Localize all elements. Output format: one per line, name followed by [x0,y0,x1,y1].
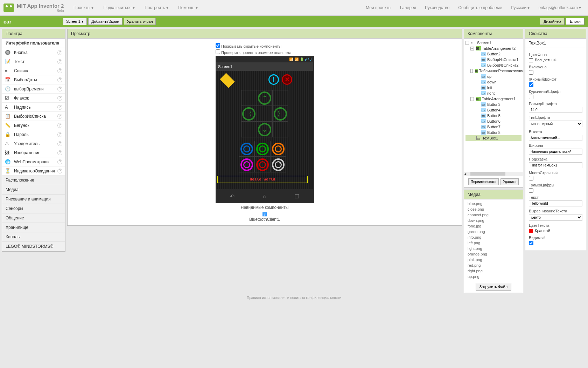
palette-item-1[interactable]: 📝Текст? [2,57,65,66]
palette-category-2[interactable]: Рисование и анимация [2,195,65,204]
help-icon[interactable]: ? [57,123,62,128]
tree-button8[interactable]: ▭Button8 [465,130,522,135]
tree-right[interactable]: ▭right [465,90,522,96]
prop-width-input[interactable] [529,149,582,155]
tree-listpicker2[interactable]: ▭ВыборИзСписка2 [465,62,522,68]
left-arrow-icon[interactable]: 〈 [242,107,255,121]
tree-down[interactable]: ▭down [465,79,522,85]
upload-file-button[interactable]: Загрузить Файл [476,283,511,291]
tree-button5[interactable]: ▭Button5 [465,113,522,118]
delete-component-button[interactable]: Удалить [500,178,519,185]
rename-button[interactable]: Переименовать [468,178,499,185]
media-file-8[interactable]: light.png [468,246,519,251]
media-file-10[interactable]: pink.png [468,257,519,263]
menu-account[interactable]: enlags@outlook.com ▾ [538,5,581,10]
red-ring-icon[interactable] [256,158,269,171]
help-icon[interactable]: ? [57,159,62,164]
palette-item-3[interactable]: 📅ВыборДаты? [2,75,65,84]
palette-category-4[interactable]: Общение [2,213,65,223]
phone-body[interactable]: i ✕ ⌃ 〈〉 ⌄ [216,71,313,189]
prop-fontsize-input[interactable] [529,107,582,113]
tree-hscroll[interactable]: ◀ [464,172,523,176]
add-screen-button[interactable]: ДобавитьЭкран [88,18,122,25]
media-file-7[interactable]: left.png [468,240,519,246]
help-icon[interactable]: ? [57,114,62,119]
components-tree[interactable]: −▫Screen1 −⊞TableArrangement2 ▭Button2 ▭… [464,39,523,172]
palette-category-1[interactable]: Медиа [2,185,65,195]
down-arrow-icon[interactable]: ⌄ [258,123,271,136]
prop-fonttype-select[interactable]: моноширный [529,121,582,127]
help-icon[interactable]: ? [57,50,62,55]
prop-text-input[interactable] [529,200,582,206]
prop-bold-checkbox[interactable] [529,82,533,87]
blocks-button[interactable]: Блоки [566,18,584,25]
info-icon[interactable]: i [268,74,279,85]
screen-selector[interactable]: Screen1 ▾ [63,18,87,25]
palette-category-3[interactable]: Сенсоры [2,204,65,213]
pink-ring-icon[interactable] [240,158,253,171]
help-icon[interactable]: ? [57,141,62,146]
palette-item-5[interactable]: ☑Флажок? [2,94,65,103]
light-ring-icon[interactable] [272,158,285,171]
home-nav-icon[interactable]: ⌂ [263,193,266,199]
menu-help[interactable]: Помощь ▾ [178,5,198,10]
help-icon[interactable]: ? [57,169,62,173]
prop-italic-checkbox[interactable] [529,95,533,99]
recent-nav-icon[interactable]: ☐ [294,193,299,200]
show-hidden-checkbox[interactable] [216,43,220,48]
menu-language[interactable]: Русский ▾ [511,5,530,10]
palette-category-7[interactable]: LEGO® MINDSTORMS® [2,242,65,251]
palette-cat-ui[interactable]: Интерфейс пользователя [2,39,65,48]
tree-tablearr2[interactable]: −⊞TableArrangement2 [465,46,522,51]
tree-textbox1[interactable]: ▭TextBox1 [465,135,522,141]
prop-hint-input[interactable] [529,162,582,168]
palette-item-0[interactable]: 🔘Кнопка? [2,48,65,57]
help-icon[interactable]: ? [57,105,62,110]
prop-height-input[interactable] [529,135,582,141]
tree-button6[interactable]: ▭Button6 [465,118,522,124]
help-icon[interactable]: ? [57,96,62,101]
connect-icon[interactable] [220,73,234,88]
palette-item-6[interactable]: AНадпись? [2,103,65,112]
menu-guide[interactable]: Руководство [425,5,449,10]
tree-button4[interactable]: ▭Button4 [465,107,522,113]
palette-item-10[interactable]: ⚠Уведомитель? [2,139,65,148]
palette-item-11[interactable]: 🖼Изображение? [2,148,65,157]
tree-listpicker1[interactable]: ▭ВыборИзСписка1 [465,57,522,62]
close-icon[interactable]: ✕ [282,74,292,85]
palette-item-8[interactable]: 📏Бегунок? [2,121,65,130]
help-icon[interactable]: ? [57,68,62,73]
menu-gallery[interactable]: Галерея [400,5,416,10]
help-icon[interactable]: ? [57,59,62,64]
prop-textcolor-value[interactable]: Красный [529,229,582,233]
prop-bgcolor-value[interactable]: Бесцветный [529,58,582,62]
textbox-preview[interactable]: Hello world [217,176,308,183]
tree-tablearr-ru[interactable]: −⊞ТабличноеРасположение [465,68,522,74]
help-icon[interactable]: ? [57,77,62,82]
menu-connect[interactable]: Подключиться ▾ [104,5,135,10]
prop-numbers-checkbox[interactable] [529,188,533,193]
media-file-12[interactable]: right.png [468,268,519,274]
up-arrow-icon[interactable]: ⌃ [258,91,271,105]
help-icon[interactable]: ? [57,87,62,91]
palette-item-2[interactable]: ≡Список? [2,66,65,75]
tree-screen1[interactable]: −▫Screen1 [465,40,522,46]
prop-enabled-checkbox[interactable] [529,70,533,75]
help-icon[interactable]: ? [57,132,62,137]
palette-item-7[interactable]: 📋ВыборИзСписка? [2,112,65,121]
menu-my-projects[interactable]: Мои проекты [366,5,391,10]
palette-item-4[interactable]: 🕐выборВремени? [2,84,65,94]
media-file-13[interactable]: up.png [468,274,519,279]
tablet-preview-checkbox[interactable] [216,49,220,54]
tree-up[interactable]: ▭up [465,74,522,79]
media-file-4[interactable]: fone.jpg [468,223,519,229]
media-file-2[interactable]: connect.png [468,212,519,218]
palette-category-0[interactable]: Расположение [2,176,65,185]
media-file-6[interactable]: info.png [468,234,519,240]
prop-multiline-checkbox[interactable] [529,176,533,180]
green-ring-icon[interactable] [256,143,269,155]
media-file-9[interactable]: orange.png [468,251,519,257]
media-file-11[interactable]: red.png [468,263,519,268]
orange-ring-icon[interactable] [272,143,285,155]
media-file-3[interactable]: down.png [468,218,519,223]
